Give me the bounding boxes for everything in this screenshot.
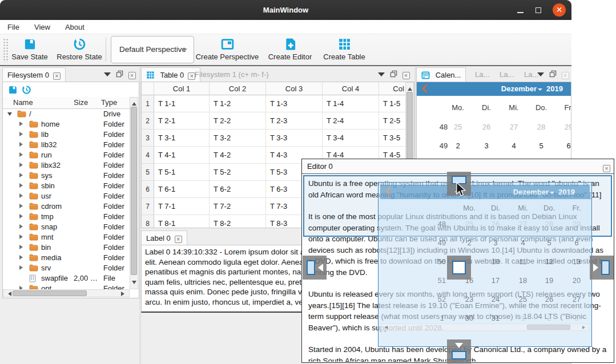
dock-float-button[interactable]	[388, 70, 398, 79]
minimize-button[interactable]	[514, 5, 526, 16]
dock-float-button[interactable]	[114, 70, 124, 79]
tree-row-run[interactable]: runFolder	[3, 150, 130, 160]
table-cell[interactable]: T 3-5	[379, 130, 406, 147]
table-col-header[interactable]: Col 2	[210, 82, 266, 95]
table-row-header[interactable]: 5	[142, 164, 154, 181]
expand-icon[interactable]	[19, 204, 25, 208]
table-cell[interactable]: T 3-3	[266, 130, 323, 147]
table-cell[interactable]: T 7-2	[210, 198, 266, 215]
dock-indicator-right[interactable]	[590, 256, 614, 280]
dock-close-button[interactable]: ×	[560, 70, 570, 79]
tree-row-sbin[interactable]: sbinFolder	[3, 181, 130, 191]
table-cell[interactable]: T 1-3	[266, 95, 323, 112]
tab-filesystem-1[interactable]: Filesystem 1 (c+ m- f-)	[190, 67, 273, 82]
calendar-date[interactable]: 5	[539, 141, 543, 150]
table-cell[interactable]: T 2-4	[323, 112, 379, 130]
tree-row-root[interactable]: /Drive	[3, 109, 130, 119]
restore-state-button[interactable]: Restore State	[55, 36, 104, 63]
calendar-year-button[interactable]: 2019	[546, 82, 563, 96]
table-row-header[interactable]: 6	[142, 181, 154, 198]
tree-vscroll-thumb[interactable]	[131, 107, 137, 275]
table-cell[interactable]: T 5-2	[210, 164, 266, 181]
tree-row-snap[interactable]: snapFolder	[3, 222, 130, 232]
table-row-header[interactable]: 3	[142, 130, 154, 147]
expand-icon[interactable]	[19, 152, 25, 157]
expand-icon[interactable]	[19, 234, 25, 239]
tree-row-libx32[interactable]: libx32Folder	[3, 160, 130, 171]
fs-save-icon-button[interactable]	[8, 85, 18, 95]
dock-indicator-bottom[interactable]	[447, 339, 471, 363]
table-row-header[interactable]: 4	[142, 147, 154, 164]
table-cell[interactable]: T 2-3	[266, 112, 323, 130]
expand-icon[interactable]	[19, 173, 25, 177]
save-state-button[interactable]: Save State	[6, 36, 54, 63]
calendar-date[interactable]: 26	[482, 123, 490, 131]
dock-close-button[interactable]: ×	[127, 70, 137, 79]
expand-icon[interactable]	[19, 163, 25, 167]
dock-indicator-left[interactable]	[303, 256, 327, 280]
calendar-date[interactable]: 27	[510, 123, 518, 131]
maximize-button[interactable]	[533, 5, 544, 16]
expand-icon[interactable]	[19, 183, 25, 188]
perspective-combobox[interactable]: Default Perspective	[111, 36, 194, 63]
dock-menu-button[interactable]	[102, 70, 112, 82]
table-cell[interactable]: T 2-5	[379, 112, 406, 130]
tree-hscroll-thumb[interactable]	[13, 290, 87, 296]
table-cell[interactable]: T 6-2	[210, 181, 266, 198]
table-cell[interactable]: T 3-4	[323, 130, 379, 147]
tree-row-home[interactable]: homeFolder	[3, 119, 130, 130]
dock-close-button[interactable]: ×	[401, 70, 411, 79]
table-cell[interactable]: T 7-1	[154, 198, 210, 215]
tree-header[interactable]: Name Size Type	[3, 97, 130, 109]
table-cell[interactable]: T 4-2	[210, 147, 266, 164]
expand-icon[interactable]	[19, 255, 25, 260]
tree-row-cdrom[interactable]: cdromFolder	[3, 201, 130, 212]
expand-icon[interactable]	[19, 265, 25, 270]
table-cell[interactable]: T 5-1	[154, 164, 210, 181]
table-row-header[interactable]: 7	[142, 198, 154, 215]
expand-icon[interactable]	[19, 132, 25, 136]
tab-label-0[interactable]: Label 0×	[141, 230, 187, 245]
table-cell[interactable]: T 8-1	[154, 215, 210, 228]
tab-label-1[interactable]: La...	[470, 67, 494, 82]
tree-hscrollbar[interactable]	[3, 289, 130, 297]
menu-about[interactable]: About	[58, 20, 92, 34]
expand-icon[interactable]	[19, 193, 25, 198]
calendar-month-button[interactable]: Dezember	[501, 82, 537, 96]
window-titlebar[interactable]: MainWindow ✕	[0, 0, 571, 20]
create-perspective-button[interactable]: Create Perspective	[191, 36, 264, 63]
table-col-header[interactable]: Col 3	[266, 82, 323, 95]
dock-float-button[interactable]	[547, 70, 558, 79]
calendar-date[interactable]: 4	[512, 141, 516, 150]
calendar-date[interactable]: 29	[565, 123, 571, 131]
tree-row-usr[interactable]: usrFolder	[3, 191, 130, 201]
expand-icon[interactable]	[19, 122, 25, 126]
tree-row-media[interactable]: mediaFolder	[3, 253, 130, 263]
prev-month-icon[interactable]	[421, 84, 428, 94]
tree-row-swapfile[interactable]: swapfile2,00 …File	[3, 273, 130, 284]
table-cell[interactable]: T 1-2	[210, 95, 266, 112]
dock-menu-button[interactable]	[536, 70, 546, 82]
expand-icon[interactable]	[19, 224, 25, 229]
calendar-date[interactable]: 2	[456, 141, 460, 150]
tree-vscrollbar[interactable]	[130, 97, 138, 289]
table-cell[interactable]: T 3-1	[154, 130, 210, 147]
table-cell[interactable]: T 1-5	[379, 95, 406, 112]
table-col-header[interactable]: Col 5	[379, 82, 406, 95]
calendar-date[interactable]: 25	[454, 123, 462, 131]
scroll-down-icon[interactable]	[132, 281, 136, 286]
table-cell[interactable]: T 3-2	[210, 130, 266, 147]
table-cell[interactable]: T 1-1	[154, 95, 210, 112]
tree-row-lib32[interactable]: lib32Folder	[3, 140, 130, 150]
expand-icon[interactable]	[19, 142, 25, 147]
table-row-header[interactable]: 2	[142, 112, 154, 130]
dock-menu-button[interactable]	[376, 70, 386, 82]
tree-row-lib[interactable]: libFolder	[3, 130, 130, 140]
table-cell[interactable]: T 1-4	[323, 95, 379, 112]
collapse-icon[interactable]	[7, 112, 12, 118]
table-col-header[interactable]: Col 4	[323, 82, 379, 95]
expand-icon[interactable]	[19, 214, 25, 219]
close-button[interactable]: ✕	[553, 3, 566, 17]
menu-view[interactable]: View	[27, 20, 58, 34]
table-row-header[interactable]: 8	[142, 215, 154, 228]
